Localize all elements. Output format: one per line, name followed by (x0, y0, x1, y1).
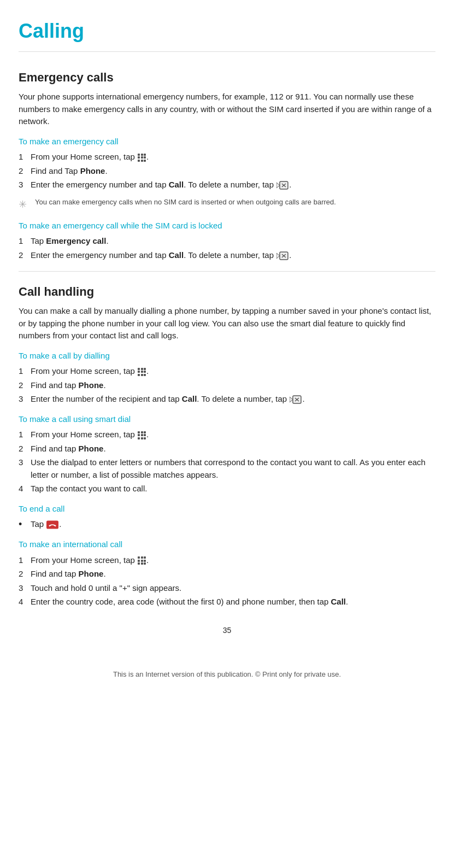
end-call-list: • Tap . (19, 518, 435, 531)
home-grid-icon (138, 154, 146, 162)
emergency-sim-locked-subheading: To make an emergency call while the SIM … (19, 220, 435, 232)
smart-step-1: 1 From your Home screen, tap . (19, 429, 435, 441)
emergency-call-subheading: To make an emergency call (19, 136, 435, 148)
international-call-steps: 1 From your Home screen, tap . 2 Find an… (19, 554, 435, 608)
call-handling-heading: Call handling (19, 283, 435, 301)
smart-step-2: 2 Find and tap Phone. (19, 443, 435, 455)
end-call-icon (46, 520, 58, 529)
smart-step-3: 3 Use the dialpad to enter letters or nu… (19, 456, 435, 481)
call-handling-intro: You can make a call by manually dialling… (19, 305, 435, 342)
call-handling-section: Call handling You can make a call by man… (19, 283, 435, 608)
page-footer: This is an Internet version of this publ… (19, 669, 435, 680)
sim-locked-step-1: 1 Tap Emergency call. (19, 235, 435, 248)
svg-marker-7 (276, 253, 280, 259)
delete-icon-3 (290, 395, 302, 404)
intl-step-1: 1 From your Home screen, tap . (19, 554, 435, 567)
dialling-step-1: 1 From your Home screen, tap . (19, 365, 435, 378)
intl-step-2: 2 Find and tap Phone. (19, 568, 435, 580)
emergency-note-text: You can make emergency calls when no SIM… (35, 197, 336, 208)
sim-locked-step-2: 2 Enter the emergency number and tap Cal… (19, 249, 435, 262)
home-grid-icon-3 (138, 431, 146, 439)
delete-icon-2 (276, 251, 288, 260)
emergency-calls-heading: Emergency calls (19, 68, 435, 86)
emergency-calls-section: Emergency calls Your phone supports inte… (19, 68, 435, 261)
page-title: Calling (19, 16, 435, 52)
emergency-step-1: 1 From your Home screen, tap . (19, 151, 435, 163)
delete-icon (276, 181, 288, 190)
bullet-dot: • (19, 518, 27, 531)
emergency-sim-locked-steps: 1 Tap Emergency call. 2 Enter the emerge… (19, 235, 435, 261)
end-call-item: • Tap . (19, 518, 435, 531)
intl-step-4: 4 Enter the country code, area code (wit… (19, 596, 435, 608)
dialling-subheading: To make a call by dialling (19, 350, 435, 362)
international-call-subheading: To make an international call (19, 538, 435, 551)
note-icon: ✳ (19, 197, 31, 212)
svg-marker-11 (290, 397, 293, 402)
home-grid-icon-4 (138, 556, 146, 565)
smart-step-4: 4 Tap the contact you want to call. (19, 483, 435, 495)
dialling-step-2: 2 Find and tap Phone. (19, 379, 435, 392)
intl-step-3: 3 Touch and hold 0 until a "+" sign appe… (19, 582, 435, 595)
section-divider (19, 271, 435, 272)
dialling-steps: 1 From your Home screen, tap . 2 Find an… (19, 365, 435, 406)
emergency-step-2: 2 Find and Tap Phone. (19, 165, 435, 178)
emergency-calls-intro: Your phone supports international emerge… (19, 91, 435, 128)
emergency-note-box: ✳ You can make emergency calls when no S… (19, 197, 435, 212)
dialling-step-3: 3 Enter the number of the recipient and … (19, 393, 435, 406)
svg-marker-3 (276, 183, 280, 188)
smart-dial-subheading: To make a call using smart dial (19, 413, 435, 426)
page-number: 35 (19, 625, 435, 636)
emergency-call-steps: 1 From your Home screen, tap . 2 Find an… (19, 151, 435, 191)
home-grid-icon-2 (138, 368, 146, 376)
emergency-step-3: 3 Enter the emergency number and tap Cal… (19, 179, 435, 191)
smart-dial-steps: 1 From your Home screen, tap . 2 Find an… (19, 429, 435, 495)
end-call-subheading: To end a call (19, 503, 435, 515)
